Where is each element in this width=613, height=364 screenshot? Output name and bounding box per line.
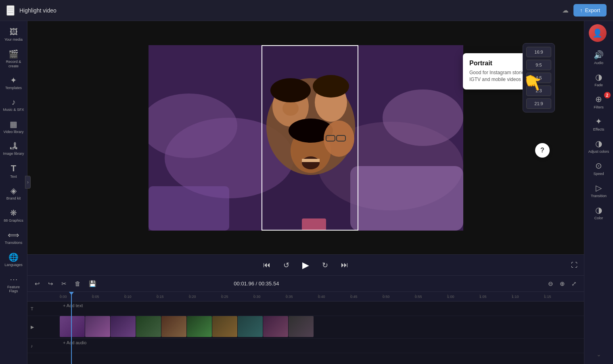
save-frame-button[interactable]: 💾 — [86, 279, 99, 289]
clip-strip — [60, 316, 314, 337]
topbar: ☰ Highlight video ☁ ↑ Export — [0, 0, 613, 21]
skip-back-button[interactable]: ⏮ — [261, 258, 273, 272]
playback-controls: ⏮ ↺ ▶ ↻ ⏭ ⛶ — [27, 254, 584, 275]
ruler-mark-6: 0:30 — [253, 295, 286, 299]
video-track-icon: ▶ — [31, 324, 34, 330]
languages-icon: 🌐 — [8, 252, 19, 262]
center-area: Portrait Good for Instagram stories, IGT… — [27, 21, 584, 364]
video-clip-8[interactable] — [238, 316, 263, 337]
ruler-mark-2: 0:10 — [124, 295, 157, 299]
user-avatar[interactable]: 👤 — [589, 24, 607, 42]
sidebar-item-image-library[interactable]: 🏞 Image library — [1, 138, 26, 159]
fit-button[interactable]: ⤢ — [569, 279, 579, 289]
video-track-content[interactable] — [60, 316, 584, 338]
menu-button[interactable]: ☰ — [6, 5, 15, 16]
zoom-in-button[interactable]: ⊕ — [557, 279, 567, 289]
right-panel-color[interactable]: ◑ Color — [586, 202, 612, 223]
svg-rect-7 — [302, 218, 326, 231]
undo-button[interactable]: ↩ — [32, 279, 42, 289]
right-panel-transition[interactable]: ▷ Transition — [586, 180, 612, 201]
add-text-label: + Add text — [63, 303, 83, 308]
delete-button[interactable]: 🗑 — [72, 279, 83, 289]
right-panel-filters[interactable]: ⊕ Filters 2 — [586, 91, 612, 112]
sidebar-item-label-image-library: Image library — [3, 152, 24, 156]
sidebar-item-transitions[interactable]: ⟺ Transitions — [1, 227, 26, 248]
video-clip-9[interactable] — [263, 316, 288, 337]
image-library-icon: 🏞 — [10, 141, 18, 151]
sidebar-item-music[interactable]: ♪ Music & SFX — [1, 94, 26, 115]
video-clip-3[interactable] — [111, 316, 136, 337]
sidebar-item-templates[interactable]: ✦ Templates — [1, 72, 26, 94]
aspect-ratio-panel: 16:9 9:5 4:5 2:3 21:9 — [523, 43, 555, 112]
timeline-area: ↩ ↪ ✂ 🗑 💾 00:01.96 / 00:35.54 ⊖ ⊕ ⤢ — [27, 275, 584, 364]
aspect-ratio-9-5[interactable]: 9:5 — [526, 60, 551, 70]
skip-forward-button[interactable]: ⏭ — [339, 258, 351, 272]
rewind-button[interactable]: ↺ — [281, 258, 292, 272]
export-button[interactable]: ↑ Export — [573, 4, 607, 17]
timeline-playhead[interactable] — [71, 292, 72, 364]
right-panel-fade[interactable]: ◑ Fade — [586, 69, 612, 90]
audio-track-content[interactable]: + Add audio — [60, 339, 584, 353]
aspect-ratio-2-3[interactable]: 2:3 — [526, 85, 551, 96]
adjust-colors-icon: ◑ — [595, 139, 602, 148]
add-audio-button[interactable]: + Add audio — [60, 339, 584, 347]
sidebar-collapse-button[interactable]: › — [25, 176, 31, 189]
sidebar-item-label-video-library: Video library — [4, 130, 24, 134]
project-title: Highlight video — [19, 7, 557, 14]
graphics-icon: ❋ — [10, 208, 17, 218]
video-canvas — [149, 45, 463, 231]
sidebar-item-languages[interactable]: 🌐 Languages — [1, 249, 26, 270]
sidebar-item-label-languages: Languages — [4, 263, 23, 267]
svg-point-4 — [383, 89, 463, 146]
timeline-timecode: 00:01.96 / 00:35.54 — [234, 281, 279, 287]
video-clip-4[interactable] — [136, 316, 161, 337]
sidebar-item-text[interactable]: T Text — [1, 160, 26, 182]
panel-scroll-down[interactable]: ⌄ — [593, 348, 605, 361]
zoom-out-button[interactable]: ⊖ — [546, 279, 556, 289]
video-background — [149, 45, 463, 231]
sidebar-item-label-templates: Templates — [5, 86, 22, 90]
video-clip-2[interactable] — [85, 316, 110, 337]
fullscreen-button[interactable]: ⛶ — [571, 262, 577, 269]
sidebar-item-graphics[interactable]: ❋ 88 Graphics — [1, 205, 26, 226]
ruler-mark-11: 0:55 — [415, 295, 447, 299]
sidebar-item-video-library[interactable]: ▦ Video library — [1, 116, 26, 137]
timeline-content: 0:00 0:05 0:10 0:15 0:20 0:25 0:30 0:35 … — [27, 292, 584, 364]
sidebar-item-brand-kit[interactable]: ◈ Brand kit — [1, 183, 26, 204]
video-clip-7[interactable] — [212, 316, 237, 337]
portrait-tooltip-description: Good for Instagram stories, IGTV and mob… — [469, 69, 529, 83]
video-clip-1[interactable] — [60, 316, 85, 337]
video-clip-5[interactable] — [161, 316, 186, 337]
text-track-content[interactable]: + Add text — [60, 302, 584, 316]
right-panel-speed[interactable]: ⊙ Speed — [586, 158, 612, 179]
redo-button[interactable]: ↪ — [46, 279, 56, 289]
left-sidebar: 🖼 Your media 🎬 Record & create ✦ Templat… — [0, 21, 27, 364]
right-panel-audio[interactable]: 🔊 Audio — [586, 47, 612, 68]
right-panel-adjust-colors[interactable]: ◑ Adjust colors — [586, 135, 612, 157]
ruler-mark-5: 0:25 — [221, 295, 253, 299]
sidebar-item-your-media[interactable]: 🖼 Your media — [1, 24, 26, 45]
forward-button[interactable]: ↻ — [320, 258, 331, 272]
right-panel-effects[interactable]: ✦ Effects — [586, 113, 612, 135]
video-preview[interactable]: Portrait Good for Instagram stories, IGT… — [27, 21, 584, 254]
video-clip-10[interactable] — [289, 316, 314, 337]
cut-button[interactable]: ✂ — [59, 279, 69, 289]
aspect-ratio-16-9[interactable]: 16:9 — [526, 47, 551, 57]
ruler-mark-15: 1:15 — [544, 295, 576, 299]
aspect-ratio-21-9[interactable]: 21:9 — [526, 98, 551, 109]
add-text-button[interactable]: + Add text — [60, 302, 584, 310]
sidebar-item-feature-flags[interactable]: ⋯ Feature Flags — [1, 271, 26, 297]
help-button[interactable]: ? — [535, 143, 550, 158]
sidebar-item-record[interactable]: 🎬 Record & create — [1, 46, 26, 72]
sidebar-item-label-record: Record & create — [3, 60, 25, 69]
export-label: Export — [585, 7, 600, 13]
ruler-mark-10: 0:50 — [383, 295, 415, 299]
ruler-marks: 0:00 0:05 0:10 0:15 0:20 0:25 0:30 0:35 … — [60, 295, 576, 299]
aspect-ratio-4-5[interactable]: 4:5 — [526, 73, 551, 83]
transition-label: Transition — [591, 194, 607, 198]
sidebar-item-label-feature-flags: Feature Flags — [3, 285, 25, 294]
right-panel: 👤 🔊 Audio ◑ Fade ⊕ Filters 2 ✦ Effects ◑… — [584, 21, 613, 364]
cloud-icon: ☁ — [562, 6, 569, 14]
play-button[interactable]: ▶ — [300, 258, 312, 273]
video-clip-6[interactable] — [187, 316, 212, 337]
